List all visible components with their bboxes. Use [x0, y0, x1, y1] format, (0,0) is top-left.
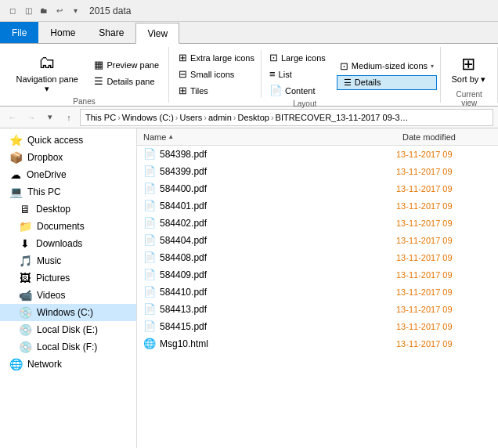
- title-bar: ◻ ◫ 🖿 ↩ ▾ 2015 data: [0, 0, 498, 22]
- file-row-f12[interactable]: 🌐Msg10.html13-11-2017 09: [137, 335, 498, 352]
- address-bar: ← → ▾ ↑ This PC › Windows (C:) › Users ›…: [0, 107, 498, 128]
- large-icons-label: Large icons: [281, 53, 326, 63]
- forward-button[interactable]: →: [23, 110, 39, 125]
- sort-by-button[interactable]: ⊞ Sort by ▾: [447, 50, 489, 89]
- sidebar-item-network[interactable]: 🌐Network: [0, 356, 136, 373]
- path-this-pc[interactable]: This PC: [85, 113, 116, 122]
- pdf-icon-f8: 📄: [143, 269, 156, 280]
- sidebar-item-videos[interactable]: 📹Videos: [0, 287, 136, 304]
- back-button[interactable]: ←: [5, 110, 20, 125]
- pdf-icon-f9: 📄: [143, 286, 156, 298]
- content-label: Content: [285, 86, 316, 96]
- sidebar-icon-quick-access: ⭐: [9, 134, 23, 146]
- file-row-f4[interactable]: 📄584401.pdf13-11-2017 09: [137, 197, 498, 215]
- window-controls: ◻ ◫ 🖿 ↩ ▾: [6, 5, 81, 17]
- tab-home[interactable]: Home: [38, 22, 87, 43]
- details-pane-label: Details pane: [106, 77, 154, 86]
- file-row-f11[interactable]: 📄584415.pdf13-11-2017 09: [137, 318, 498, 335]
- file-row-f10[interactable]: 📄584413.pdf13-11-2017 09: [137, 301, 498, 318]
- file-date-f6: 13-11-2017 09: [393, 236, 495, 245]
- tiles-button[interactable]: ⊞ Tiles: [175, 83, 258, 98]
- file-label-f8: 584409.pdf: [160, 269, 207, 280]
- file-row-f5[interactable]: 📄584402.pdf13-11-2017 09: [137, 215, 498, 232]
- col-name-header[interactable]: Name ▲: [137, 132, 396, 142]
- sidebar-item-documents[interactable]: 📁Documents: [0, 218, 136, 235]
- sidebar-item-dropbox[interactable]: 📦Dropbox: [0, 149, 136, 166]
- file-row-f3[interactable]: 📄584400.pdf13-11-2017 09: [137, 180, 498, 197]
- preview-pane-button[interactable]: ▦ Preview pane: [91, 57, 162, 72]
- sidebar-label-pictures: Pictures: [36, 273, 70, 284]
- sidebar-item-this-pc[interactable]: 💻This PC: [0, 183, 136, 201]
- content-button[interactable]: 📄 Content: [266, 83, 329, 98]
- pdf-icon-f1: 📄: [143, 148, 156, 160]
- layout-group-content: ⊞ Extra large icons ⊟ Small icons ⊞ Tile…: [175, 50, 434, 98]
- sidebar-item-desktop[interactable]: 🖥Desktop: [0, 201, 136, 218]
- tab-view[interactable]: View: [135, 23, 179, 44]
- path-admin[interactable]: admin: [208, 113, 232, 122]
- file-name-f5: 📄584402.pdf: [140, 217, 393, 229]
- sidebar-icon-local-disk-f: 💿: [19, 341, 32, 353]
- sidebar-label-downloads: Downloads: [36, 238, 82, 249]
- sidebar-item-downloads[interactable]: ⬇Downloads: [0, 235, 136, 252]
- file-date-f3: 13-11-2017 09: [393, 184, 495, 193]
- file-date-f5: 13-11-2017 09: [393, 219, 495, 228]
- pdf-icon-f5: 📄: [143, 217, 156, 229]
- file-row-f2[interactable]: 📄584399.pdf13-11-2017 09: [137, 163, 498, 180]
- path-sep-2: ›: [175, 113, 179, 122]
- sidebar-item-pictures[interactable]: 🖼Pictures: [0, 269, 136, 287]
- path-sep-3: ›: [204, 113, 207, 122]
- navigation-pane-button[interactable]: 🗂 Navigation pane ▾: [6, 50, 88, 96]
- file-row-f1[interactable]: 📄584398.pdf13-11-2017 09: [137, 146, 498, 163]
- sort-indicator: ▲: [168, 133, 174, 140]
- small-icons-button[interactable]: ⊟ Small icons: [175, 67, 258, 81]
- file-row-f6[interactable]: 📄584404.pdf13-11-2017 09: [137, 232, 498, 249]
- list-button[interactable]: ≡ List: [266, 67, 329, 81]
- extra-large-icons-button[interactable]: ⊞ Extra large icons: [175, 50, 258, 65]
- file-label-f5: 584402.pdf: [160, 218, 207, 229]
- quick-access-toolbar: ↩: [53, 5, 66, 17]
- details-icon: ☰: [94, 75, 103, 87]
- file-row-f9[interactable]: 📄584410.pdf13-11-2017 09: [137, 284, 498, 301]
- path-windows-c[interactable]: Windows (C:): [122, 113, 174, 122]
- recent-button[interactable]: ▾: [42, 110, 58, 125]
- path-bitrecover[interactable]: BITRECOVER_13-11-2017 09-3…: [276, 113, 409, 122]
- sidebar-label-videos: Videos: [37, 290, 65, 301]
- sidebar-icon-network: 🌐: [9, 358, 23, 370]
- tiles-icon: ⊞: [179, 85, 187, 96]
- details-button[interactable]: ☰ Details: [337, 75, 437, 90]
- panes-group-label: Panes: [6, 96, 162, 106]
- sidebar-item-onedrive[interactable]: ☁OneDrive: [0, 166, 136, 183]
- path-desktop[interactable]: Desktop: [238, 113, 269, 122]
- file-label-f7: 584408.pdf: [160, 252, 207, 263]
- file-row-f8[interactable]: 📄584409.pdf13-11-2017 09: [137, 266, 498, 284]
- sidebar-item-music[interactable]: 🎵Music: [0, 252, 136, 269]
- file-label-f12: Msg10.html: [160, 338, 208, 349]
- layout-group-label: Layout: [175, 98, 434, 108]
- file-row-f7[interactable]: 📄584408.pdf13-11-2017 09: [137, 249, 498, 266]
- sidebar-label-this-pc: This PC: [27, 186, 61, 197]
- sidebar-item-quick-access[interactable]: ⭐Quick access: [0, 132, 136, 149]
- sidebar-label-local-disk-e: Local Disk (E:): [37, 324, 98, 335]
- sidebar-label-desktop: Desktop: [36, 204, 70, 215]
- sidebar-item-local-disk-e[interactable]: 💿Local Disk (E:): [0, 321, 136, 338]
- details-pane-button[interactable]: ☰ Details pane: [91, 74, 162, 89]
- medium-icons-button[interactable]: ⊡ Medium-sized icons ▾: [337, 59, 437, 74]
- path-sep-1: ›: [117, 113, 121, 122]
- address-path[interactable]: This PC › Windows (C:) › Users › admin ›…: [80, 109, 493, 126]
- col-date-header[interactable]: Date modified: [396, 132, 498, 142]
- tab-share[interactable]: Share: [87, 22, 135, 43]
- content-icon: 📄: [269, 85, 282, 96]
- large-icons-button[interactable]: ⊡ Large icons: [266, 50, 329, 65]
- path-users[interactable]: Users: [179, 113, 202, 122]
- list-label: List: [279, 70, 292, 79]
- file-list: Name ▲ Date modified 📄584398.pdf13-11-20…: [137, 128, 498, 448]
- tiles-label: Tiles: [190, 86, 208, 96]
- tab-file[interactable]: File: [0, 22, 38, 43]
- up-button[interactable]: ↑: [61, 110, 77, 125]
- sidebar-item-local-disk-f[interactable]: 💿Local Disk (F:): [0, 338, 136, 356]
- path-sep-5: ›: [271, 113, 274, 122]
- sort-icon: ⊞: [461, 54, 475, 74]
- sidebar-item-windows-c[interactable]: 💿Windows (C:): [0, 304, 136, 321]
- panes-group-content: 🗂 Navigation pane ▾ ▦ Preview pane ☰ Det…: [6, 50, 162, 96]
- nav-pane-label: Navigation pane ▾: [13, 74, 81, 94]
